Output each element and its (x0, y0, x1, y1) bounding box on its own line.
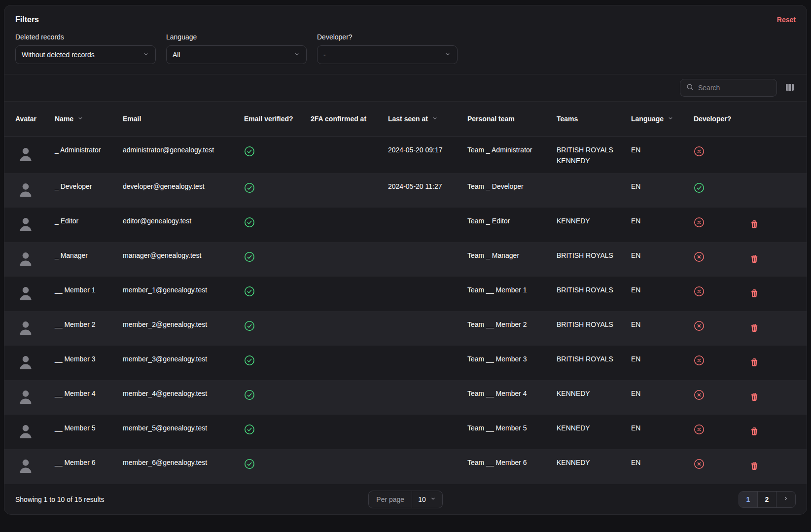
cell-email: manager@genealogy.test (123, 242, 244, 277)
filter-field-developer: Developer? - (317, 33, 458, 64)
cell-last-seen-at (388, 346, 467, 380)
trash-icon (750, 323, 759, 334)
table-row[interactable]: _ Editor editor@genealogy.test Team _ Ed… (4, 208, 807, 242)
delete-user-button[interactable] (750, 427, 759, 437)
x-circle-icon (694, 256, 705, 264)
column-header-email-verified: Email verified? (244, 102, 311, 136)
team-badge: KENNEDY (557, 155, 627, 166)
table-row[interactable]: _ Administrator administrator@genealogy.… (4, 137, 807, 173)
filter-field-language: Language All (166, 33, 307, 64)
column-header-language[interactable]: Language (631, 102, 694, 136)
cell-teams: KENNEDY (557, 380, 631, 415)
cell-name: __ Member 5 (55, 415, 123, 449)
filters-title: Filters (15, 15, 39, 24)
delete-user-button[interactable] (750, 323, 759, 334)
cell-language: EN (631, 449, 694, 484)
check-circle-icon (244, 150, 255, 158)
cell-actions (750, 415, 796, 449)
team-badge: BRITISH ROYALS (557, 144, 627, 155)
next-page-button[interactable] (776, 492, 795, 507)
cell-avatar (15, 346, 55, 380)
filter-select-developer[interactable]: - (317, 45, 458, 64)
column-header-email: Email (123, 102, 244, 136)
table-row[interactable]: __ Member 2 member_2@genealogy.test Team… (4, 311, 807, 346)
delete-user-button[interactable] (750, 289, 759, 299)
cell-avatar (15, 208, 55, 242)
cell-email-verified (244, 173, 311, 208)
table-row[interactable]: __ Member 1 member_1@genealogy.test Team… (4, 277, 807, 311)
delete-user-button[interactable] (750, 461, 759, 472)
search-icon (686, 83, 694, 93)
cell-email: member_2@genealogy.test (123, 311, 244, 346)
cell-2fa-confirmed-at (311, 449, 388, 484)
filter-select-language[interactable]: All (166, 45, 307, 64)
delete-user-button[interactable] (750, 392, 759, 403)
cell-2fa-confirmed-at (311, 346, 388, 380)
cell-2fa-confirmed-at (311, 242, 388, 277)
filter-select-deleted-records[interactable]: Without deleted records (15, 45, 156, 64)
search-input[interactable] (698, 84, 771, 92)
cell-avatar (15, 242, 55, 277)
cell-email-verified (244, 208, 311, 242)
filter-select-value: - (323, 51, 326, 59)
cell-developer (694, 380, 750, 415)
cell-email-verified (244, 311, 311, 346)
results-summary: Showing 1 to 10 of 15 results (15, 496, 368, 503)
x-circle-icon (694, 394, 705, 402)
cell-2fa-confirmed-at (311, 380, 388, 415)
cell-developer (694, 208, 750, 242)
check-circle-icon (244, 325, 255, 333)
team-badge: KENNEDY (557, 215, 627, 226)
cell-name: __ Member 6 (55, 449, 123, 484)
per-page-select[interactable]: 10 (412, 491, 442, 508)
table-row[interactable]: __ Member 4 member_4@genealogy.test Team… (4, 380, 807, 415)
cell-2fa-confirmed-at (311, 415, 388, 449)
user-avatar-icon (15, 318, 36, 340)
cell-language: EN (631, 380, 694, 415)
table-row[interactable]: __ Member 5 member_5@genealogy.test Team… (4, 415, 807, 449)
table-row[interactable]: __ Member 6 member_6@genealogy.test Team… (4, 449, 807, 484)
column-header-actions (750, 102, 796, 136)
reset-filters-button[interactable]: Reset (777, 16, 796, 24)
team-badge: BRITISH ROYALS (557, 284, 627, 295)
cell-last-seen-at: 2024-05-20 09:17 (388, 137, 467, 173)
cell-avatar (15, 380, 55, 415)
column-header-developer: Developer? (694, 102, 750, 136)
cell-last-seen-at (388, 311, 467, 346)
delete-user-button[interactable] (750, 358, 759, 368)
table-row[interactable]: __ Member 3 member_3@genealogy.test Team… (4, 346, 807, 380)
cell-teams: KENNEDY (557, 415, 631, 449)
delete-user-button[interactable] (750, 220, 759, 230)
cell-developer (694, 242, 750, 277)
cell-language: EN (631, 208, 694, 242)
cell-last-seen-at (388, 449, 467, 484)
check-circle-icon (244, 256, 255, 264)
trash-icon (750, 254, 759, 265)
team-badge: KENNEDY (557, 388, 627, 399)
trash-icon (750, 358, 759, 368)
cell-personal-team: Team _ Administrator (467, 137, 557, 173)
column-header-name[interactable]: Name (55, 102, 123, 136)
cell-2fa-confirmed-at (311, 137, 388, 173)
team-badge: BRITISH ROYALS (557, 354, 627, 364)
x-circle-icon (694, 463, 705, 471)
delete-user-button[interactable] (750, 254, 759, 265)
page-button-1[interactable]: 1 (739, 492, 758, 507)
cell-email: developer@genealogy.test (123, 173, 244, 208)
filter-select-value: All (173, 51, 180, 59)
chevron-down-icon (142, 51, 149, 59)
cell-developer (694, 449, 750, 484)
cell-actions (750, 277, 796, 311)
cell-name: _ Developer (55, 173, 123, 208)
cell-personal-team: Team __ Member 4 (467, 380, 557, 415)
column-header-last-seen-at[interactable]: Last seen at (388, 102, 467, 136)
table-row[interactable]: _ Developer developer@genealogy.test 202… (4, 173, 807, 208)
toggle-columns-button[interactable] (785, 82, 795, 94)
chevron-right-icon (782, 495, 789, 503)
table-row[interactable]: _ Manager manager@genealogy.test Team _ … (4, 242, 807, 277)
page-button-2[interactable]: 2 (758, 492, 776, 507)
user-avatar-icon (15, 144, 36, 166)
user-avatar-icon (15, 387, 36, 409)
cell-email: member_3@genealogy.test (123, 346, 244, 380)
cell-name: _ Administrator (55, 137, 123, 173)
